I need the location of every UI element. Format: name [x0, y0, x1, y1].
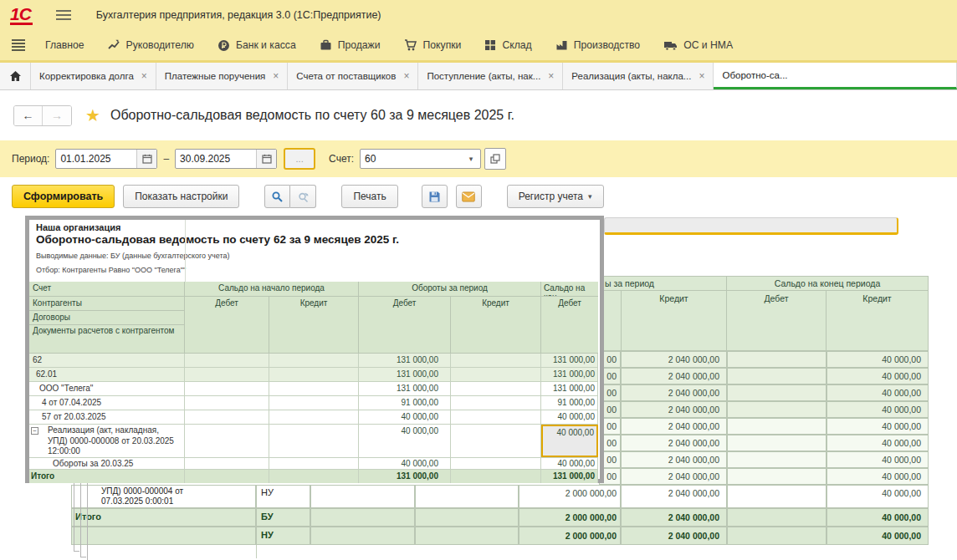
- cell-debit-end[interactable]: 131 000,00: [541, 470, 598, 483]
- cell-credit-end[interactable]: 40 000,00: [826, 368, 929, 384]
- cell-credit-turnover[interactable]: 2 040 000,00: [621, 384, 727, 401]
- cell-debit-turnover[interactable]: 131 000,00: [359, 368, 451, 381]
- cell-empty[interactable]: [310, 508, 415, 527]
- cell-credit-turnover[interactable]: 2 040 000,00: [621, 485, 727, 508]
- cell-credit-turnover[interactable]: 2 040 000,00: [621, 368, 727, 384]
- cell-empty[interactable]: [727, 418, 826, 435]
- cell-empty[interactable]: [310, 485, 415, 508]
- print-button[interactable]: Печать: [341, 185, 397, 208]
- total-label[interactable]: Итого: [71, 508, 256, 527]
- cell-credit-turnover[interactable]: 2 040 000,00: [621, 351, 727, 368]
- cell-debit-end[interactable]: 131 000,00: [541, 382, 598, 395]
- generate-button[interactable]: Сформировать: [12, 185, 115, 208]
- row-label[interactable]: 4 от 07.04.2025: [29, 396, 185, 410]
- cell-debit-end-selected[interactable]: 40 000,00: [541, 425, 598, 457]
- cell-debit-turnover[interactable]: 40 000,00: [359, 425, 451, 457]
- cell-debit-turnover[interactable]: 2 000 000,00: [519, 485, 621, 508]
- sections-panel-toggle-icon[interactable]: [12, 38, 25, 53]
- cell-empty[interactable]: [185, 396, 269, 410]
- cell-credit-end[interactable]: 40 000,00: [826, 451, 929, 468]
- cell-empty[interactable]: [727, 468, 826, 485]
- collapse-expander-icon[interactable]: −: [31, 427, 38, 435]
- cell-empty[interactable]: [71, 527, 256, 545]
- menu-item-proizvodstvo[interactable]: Производство: [555, 39, 640, 51]
- cell-credit-end[interactable]: 40 000,00: [826, 485, 929, 508]
- menu-item-glavnoe[interactable]: Главное: [45, 39, 84, 51]
- cell-debit-end[interactable]: 40 000,00: [541, 410, 598, 424]
- cell-credit-turnover[interactable]: 2 040 000,00: [621, 435, 727, 451]
- row-label[interactable]: Реализация (акт, накладная, УПД) 0000-00…: [48, 425, 174, 456]
- cell-empty[interactable]: [185, 458, 269, 469]
- total-indicator[interactable]: НУ: [256, 527, 310, 545]
- date-from-calendar-button[interactable]: [136, 150, 156, 168]
- cell-empty[interactable]: [310, 527, 415, 545]
- cell-debit-turnover[interactable]: 40 000,00: [359, 458, 451, 469]
- cell-credit-end[interactable]: 40 000,00: [826, 351, 929, 368]
- period-more-button[interactable]: ...: [284, 148, 315, 170]
- menu-item-bank-i-kassa[interactable]: Банк и касса: [218, 39, 296, 52]
- forward-button[interactable]: →: [43, 106, 71, 125]
- cell-empty[interactable]: [269, 396, 359, 410]
- cell-credit-turnover[interactable]: 2 040 000,00: [621, 418, 727, 435]
- favorite-star-icon[interactable]: ★: [85, 107, 100, 124]
- cell-empty[interactable]: [727, 435, 826, 451]
- cell-credit-end[interactable]: 40 000,00: [826, 527, 929, 545]
- tab-close-icon[interactable]: ×: [141, 71, 147, 81]
- tab-postuplenie[interactable]: Поступление (акты, нак... ×: [418, 63, 563, 89]
- save-button[interactable]: [422, 185, 448, 208]
- cell-credit-turnover[interactable]: 2 040 000,00: [621, 401, 727, 418]
- bg-report-selected-title-cell[interactable]: [604, 217, 898, 235]
- row-label[interactable]: Итого: [29, 470, 185, 483]
- back-button[interactable]: ←: [14, 106, 43, 125]
- cell-empty[interactable]: [727, 368, 826, 384]
- tab-home[interactable]: [0, 63, 31, 89]
- date-to-calendar-button[interactable]: [256, 150, 276, 168]
- cell-empty[interactable]: [727, 485, 826, 508]
- cell-empty[interactable]: [269, 354, 359, 367]
- cell-empty[interactable]: [269, 410, 359, 424]
- cell-debit-turnover[interactable]: 91 000,00: [359, 396, 451, 410]
- cell-credit-end[interactable]: 40 000,00: [826, 468, 929, 485]
- group-bracket[interactable]: [87, 481, 93, 560]
- row-label[interactable]: Обороты за 20.03.25: [29, 458, 185, 469]
- cell-empty[interactable]: [727, 351, 826, 368]
- tab-oborotno-saldovaya[interactable]: Оборотно-са...: [714, 63, 957, 89]
- cell-debit-turnover[interactable]: 2 000 000,00: [519, 527, 621, 545]
- cell-empty[interactable]: [185, 354, 269, 367]
- cell-credit-turnover[interactable]: 2 040 000,00: [621, 451, 727, 468]
- doc-label-line1[interactable]: УПД) 0000-000004 от: [101, 486, 255, 496]
- row-label[interactable]: 57 от 20.03.2025: [29, 410, 185, 424]
- tab-close-icon[interactable]: ×: [403, 71, 409, 81]
- cell-empty[interactable]: [269, 470, 359, 483]
- cell-empty[interactable]: [269, 368, 359, 381]
- cell-empty[interactable]: [451, 458, 541, 469]
- main-menu-icon[interactable]: [56, 8, 71, 23]
- row-label[interactable]: ООО "Телега": [29, 382, 185, 395]
- email-button[interactable]: [456, 185, 482, 208]
- menu-item-os-i-nma[interactable]: ОС и НМА: [663, 39, 733, 51]
- menu-item-rukovoditelyu[interactable]: Руководителю: [108, 39, 194, 51]
- account-input[interactable]: [361, 150, 463, 167]
- tab-korrektirovka-dolga[interactable]: Корректировка долга ×: [31, 63, 156, 89]
- menu-item-pokupki[interactable]: Покупки: [404, 39, 462, 51]
- tab-scheta-ot-postavshchikov[interactable]: Счета от поставщиков ×: [288, 63, 418, 89]
- cell-credit-turnover[interactable]: 2 040 000,00: [621, 468, 727, 485]
- doc-indicator[interactable]: НУ: [256, 485, 310, 508]
- cell-empty[interactable]: [451, 368, 541, 381]
- cell-empty[interactable]: [451, 382, 541, 395]
- cell-credit-end[interactable]: 40 000,00: [826, 418, 929, 435]
- cell-empty[interactable]: [727, 508, 826, 527]
- cell-credit-end[interactable]: 40 000,00: [826, 401, 929, 418]
- show-settings-button[interactable]: Показать настройки: [123, 185, 239, 208]
- cell-empty[interactable]: [269, 425, 359, 457]
- cell-empty[interactable]: [451, 396, 541, 410]
- tab-close-icon[interactable]: ×: [699, 71, 704, 81]
- cell-empty[interactable]: [451, 354, 541, 367]
- total-indicator[interactable]: БУ: [256, 508, 310, 527]
- tab-platezhnye-porucheniya[interactable]: Платежные поручения ×: [156, 63, 288, 89]
- cell-debit-turnover[interactable]: 131 000,00: [359, 382, 451, 395]
- cell-debit-turnover[interactable]: 40 000,00: [359, 410, 451, 424]
- doc-label-line2[interactable]: 07.03.2025 0:00:01: [101, 496, 255, 507]
- cell-debit-end[interactable]: 40 000,00: [541, 458, 598, 469]
- group-bracket[interactable]: [80, 481, 86, 557]
